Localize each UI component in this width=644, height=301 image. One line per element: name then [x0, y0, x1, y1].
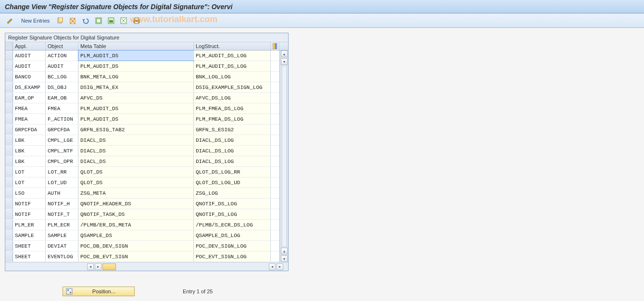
column-header-meta[interactable]: Meta Table [78, 42, 194, 50]
cell-log[interactable]: DSIG_EXAMPLE_SIGN_LOG [194, 82, 271, 92]
row-selector[interactable] [5, 135, 13, 145]
cell-object[interactable]: EAM_OB [46, 93, 78, 103]
cell-object[interactable]: F_ACTION [46, 114, 78, 124]
cell-object[interactable]: CMPL_OPR [46, 156, 78, 166]
scroll-left2-icon[interactable]: ◂ [269, 263, 276, 270]
cell-log[interactable]: DIACL_DS_LOG [194, 156, 271, 166]
scroll-up-icon[interactable]: ▴ [281, 50, 288, 57]
cell-appl[interactable]: LBK [13, 146, 46, 156]
print-icon[interactable] [131, 16, 142, 25]
cell-meta[interactable]: DSIG_META_EX [78, 82, 194, 92]
cell-object[interactable]: DEVIAT [46, 241, 78, 251]
cell-meta[interactable]: QNOTIF_TASK_DS [78, 209, 194, 219]
cell-log[interactable]: QNOTIF_DS_LOG [194, 199, 271, 209]
cell-object[interactable]: FMEA [46, 103, 78, 113]
cell-appl[interactable]: SAMPLE [13, 230, 46, 240]
cell-log[interactable]: /PLMB/S_ECR_DS_LOG [194, 220, 271, 230]
row-selector[interactable] [5, 50, 13, 61]
cell-appl[interactable]: NOTIF [13, 199, 46, 209]
cell-meta[interactable]: AFVC_DS [78, 93, 194, 103]
cell-log[interactable]: AFVC_DS_LOG [194, 93, 271, 103]
column-header-appl[interactable]: Appl. [13, 42, 46, 50]
row-selector[interactable] [5, 199, 13, 209]
cell-object[interactable]: LOT_RR [46, 167, 78, 177]
row-selector[interactable] [5, 177, 13, 188]
cell-appl[interactable]: LSO [13, 188, 46, 198]
deselect-all-icon[interactable] [119, 16, 128, 25]
cell-appl[interactable]: SHEET [13, 251, 46, 262]
hscroll-thumb[interactable] [102, 263, 116, 270]
cell-object[interactable]: AUTH [46, 188, 78, 198]
cell-log[interactable]: DIACL_DS_LOG [194, 146, 271, 156]
scroll-right2-icon[interactable]: ▸ [277, 263, 283, 270]
cell-meta[interactable]: PLM_AUDIT_DS [78, 61, 194, 71]
cell-appl[interactable]: AUDIT [13, 50, 46, 61]
row-selector[interactable] [5, 188, 13, 198]
cell-log[interactable]: PLM_FMEA_DS_LOG [194, 103, 271, 113]
delete-icon[interactable] [68, 16, 77, 25]
cell-meta[interactable]: /PLMB/ER_DS_META [78, 220, 194, 230]
cell-object[interactable]: CMPL_LGE [46, 135, 78, 145]
cell-object[interactable]: NOTIF_T [46, 209, 78, 219]
cell-object[interactable]: PLM_ECR [46, 220, 78, 230]
cell-meta[interactable]: QLOT_DS [78, 167, 194, 177]
cell-meta[interactable]: GRFN_ESIG_TAB2 [78, 125, 194, 135]
cell-appl[interactable]: PLM_ER [13, 220, 46, 230]
row-selector[interactable] [5, 156, 13, 166]
cell-object[interactable]: SAMPLE [46, 230, 78, 240]
cell-meta[interactable]: QNOTIF_HEADER_DS [78, 199, 194, 209]
scroll-down-icon[interactable]: ▾ [281, 58, 288, 65]
cell-log[interactable]: QSAMPLE_DS_LOG [194, 230, 271, 240]
cell-meta[interactable]: PLM_AUDIT_DS [78, 50, 194, 61]
cell-appl[interactable]: LBK [13, 156, 46, 166]
toggle-change-icon[interactable] [5, 16, 15, 25]
cell-meta[interactable]: DIACL_DS [78, 135, 194, 145]
row-selector[interactable] [5, 241, 13, 251]
cell-object[interactable]: GRPCFDA [46, 125, 78, 135]
cell-log[interactable]: GRFN_S_ESIG2 [194, 125, 271, 135]
cell-meta[interactable]: POC_DB_EVT_SIGN [78, 251, 194, 262]
cell-object[interactable]: BC_LOG [46, 72, 78, 82]
cell-meta[interactable]: ZSG_META [78, 188, 194, 198]
cell-appl[interactable]: DS_EXAMP [13, 82, 46, 92]
vscroll-track[interactable] [282, 66, 287, 247]
cell-log[interactable]: BNK_LOG_LOG [194, 72, 271, 82]
cell-meta[interactable]: DIACL_DS [78, 156, 194, 166]
cell-meta[interactable]: DIACL_DS [78, 146, 194, 156]
cell-log[interactable]: PLM_FMEA_DS_LOG [194, 114, 271, 124]
row-selector-header[interactable] [5, 42, 13, 50]
cell-meta[interactable]: POC_DB_DEV_SIGN [78, 241, 194, 251]
cell-log[interactable]: POC_EVT_SIGN_LOG [194, 251, 271, 262]
new-entries-button[interactable]: New Entries [18, 18, 52, 24]
cell-appl[interactable]: GRPCFDA [13, 125, 46, 135]
cell-appl[interactable]: SHEET [13, 241, 46, 251]
cell-appl[interactable]: BANCO [13, 72, 46, 82]
cell-log[interactable]: PLM_AUDIT_DS_LOG [194, 50, 271, 61]
cell-object[interactable]: CMPL_NTF [46, 146, 78, 156]
cell-object[interactable]: NOTIF_H [46, 199, 78, 209]
row-selector[interactable] [5, 167, 13, 177]
cell-meta[interactable]: QSAMPLE_DS [78, 230, 194, 240]
column-header-log[interactable]: LogStruct. [194, 42, 271, 50]
copy-as-icon[interactable] [55, 16, 65, 25]
cell-meta[interactable]: QLOT_DS [78, 177, 194, 188]
scroll-up2-icon[interactable]: ▴ [281, 248, 288, 254]
horizontal-scrollbar[interactable]: ◂ ▸ [5, 263, 269, 270]
cell-object[interactable]: EVENTLOG [46, 251, 78, 262]
cell-log[interactable]: QNOTIF_DS_LOG [194, 209, 271, 219]
cell-object[interactable]: ACTION [46, 50, 78, 61]
cell-object[interactable]: DS_OBJ [46, 82, 78, 92]
cell-log[interactable]: DIACL_DS_LOG [194, 135, 271, 145]
select-block-icon[interactable] [106, 16, 116, 25]
cell-log[interactable]: POC_DEV_SIGN_LOG [194, 241, 271, 251]
cell-object[interactable]: AUDIT [46, 61, 78, 71]
cell-log[interactable]: ZSG_LOG [194, 188, 271, 198]
position-button[interactable]: Position... [63, 287, 135, 296]
row-selector[interactable] [5, 93, 13, 103]
scroll-down2-icon[interactable]: ▾ [281, 255, 288, 262]
cell-appl[interactable]: FMEA [13, 103, 46, 113]
cell-log[interactable]: QLOT_DS_LOG_RR [194, 167, 271, 177]
configure-columns-icon[interactable] [271, 42, 279, 50]
row-selector[interactable] [5, 230, 13, 240]
cell-appl[interactable]: LBK [13, 135, 46, 145]
